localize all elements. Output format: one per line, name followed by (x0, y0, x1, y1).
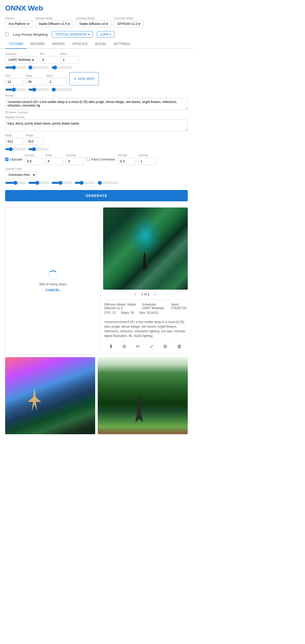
lora-button[interactable]: LORA ▾ (97, 31, 115, 38)
upscaling-dropdown[interactable]: Stable Diffusion x4 (76, 20, 111, 27)
scale-slider[interactable] (28, 181, 49, 185)
upscale-checkbox[interactable] (5, 158, 8, 161)
eta-slider[interactable] (28, 65, 49, 70)
prompt-tokens: 29 tokens, 1 groups (5, 111, 188, 114)
use-button[interactable]: ⊞ (161, 343, 169, 350)
height-input[interactable] (26, 138, 44, 145)
generate-button[interactable]: GENERATE (5, 190, 188, 201)
denoise-input[interactable] (25, 157, 43, 165)
eta-group: Eta (40, 52, 58, 63)
upscaling-select[interactable]: Stable Diffusion x4 (78, 22, 109, 26)
platform-dropdown[interactable]: Any Platform (5, 20, 33, 27)
chevron-down-icon: ▾ (88, 33, 89, 36)
height-slider[interactable] (28, 147, 49, 151)
scheduler-select[interactable]: UniPC Multistep (7, 58, 35, 62)
width-slider[interactable] (5, 147, 26, 151)
denoise-slider[interactable] (5, 181, 26, 185)
outscale-label: Outscale (66, 154, 84, 157)
copy-button[interactable]: ⧉ (121, 343, 128, 350)
width-label: Width (5, 134, 23, 137)
edit-button[interactable]: ✏ (134, 343, 142, 350)
outscale2-label: Outscale (138, 154, 156, 157)
batch-group: Batch ... (60, 52, 78, 63)
download-button[interactable]: ⬇ (107, 343, 115, 350)
steps-slider[interactable] (28, 88, 49, 92)
app-title: ONNX Web (0, 0, 193, 15)
seed-input[interactable] (46, 78, 67, 86)
top-toolbar: Platform Any Platform Diffusion Model St… (0, 15, 193, 30)
platform-select[interactable]: Any Platform (7, 22, 30, 26)
strength-input[interactable] (118, 157, 136, 165)
dimension-sliders (5, 147, 188, 151)
outscale-input[interactable] (66, 157, 84, 165)
loading-spinner (48, 270, 58, 280)
bottom-image-2 (98, 357, 188, 434)
negative-prompt-input[interactable]: hazy, blurry, poorly drawn faces, poorly… (5, 119, 188, 131)
expand-button[interactable]: ⤢ (148, 343, 156, 350)
main-content: Scheduler UniPC Multistep Eta Batch ... … (0, 49, 193, 205)
slider-row-2 (5, 88, 188, 92)
outscale2-slider[interactable] (98, 181, 118, 185)
upscale-checkbox-group: Upscale (5, 157, 22, 161)
diffusion-dropdown[interactable]: Stable Diffusion v1.5 (35, 20, 73, 27)
cfg-group: CFG (5, 74, 23, 86)
cfg-input[interactable] (5, 78, 23, 86)
outscale2-group: Outscale (138, 154, 156, 165)
cfg-info: CFG: 12 (104, 311, 116, 315)
denoise-label: Denoise (25, 154, 43, 157)
batch-slider[interactable] (51, 65, 72, 70)
scheduler-slider[interactable] (5, 65, 26, 70)
pagination-bar: ‹ 1 of 1 › (103, 290, 188, 298)
width-input[interactable] (5, 138, 23, 145)
scheduler-dropdown[interactable]: UniPC Multistep (5, 56, 37, 63)
tab-settings[interactable]: SETTINGS (110, 39, 134, 49)
new-seed-button[interactable]: ✕ NEW SEED (69, 72, 99, 86)
tab-inpaint[interactable]: INPAINT (49, 39, 69, 49)
batch-input[interactable] (60, 56, 78, 63)
delete-button[interactable]: 🗑 (175, 343, 184, 350)
image-info: Diffusion Model: Stable Diffusion v1.5 S… (103, 301, 188, 318)
scale-input[interactable] (45, 157, 63, 165)
upscale-order-select[interactable]: Correction First (5, 171, 36, 179)
diffusion-select[interactable]: Stable Diffusion v1.5 (38, 22, 71, 26)
scheduler-info: Scheduler: UniPC Multistep (142, 303, 166, 310)
generated-image (103, 207, 188, 290)
tab-blend[interactable]: BLEND (92, 39, 110, 49)
chevron-down-icon-2: ▾ (110, 33, 111, 36)
seed-label: Seed (46, 74, 67, 77)
outscale-slider[interactable] (51, 181, 72, 185)
textual-inversion-button[interactable]: TEXTUAL INVERSION ▾ (52, 31, 93, 38)
next-page-button[interactable]: › (155, 292, 156, 296)
strength-slider[interactable] (75, 181, 95, 185)
outscale2-input[interactable] (138, 157, 156, 165)
face-correction-group: Face Correction (86, 157, 115, 161)
correction-dropdown-group: Correction Model GFPGAN v1.3 (114, 17, 143, 27)
eta-input[interactable] (40, 56, 58, 63)
fantasy-image (5, 357, 95, 434)
long-prompt-checkbox[interactable] (5, 33, 9, 36)
face-correction-checkbox[interactable] (86, 158, 90, 161)
diffusion-model-info: Diffusion Model: Stable Diffusion v1.5 (104, 303, 137, 310)
negative-prompt-section: Negative Prompt hazy, blurry, poorly dra… (5, 116, 188, 132)
prompt-input[interactable]: <inversion:cloud:0.25> a lost soldier de… (5, 98, 188, 110)
upscaling-label: Upscaling Model (76, 17, 111, 20)
tab-txt2img[interactable]: TXT2IMG (5, 39, 27, 49)
seed-slider[interactable] (51, 88, 72, 92)
tab-img2img[interactable]: IMG2IMG (27, 39, 48, 49)
output-image-panel: ‹ 1 of 1 › Diffusion Model: Stable Diffu… (103, 207, 188, 355)
long-prompt-label: Long Prompt Weighting (13, 33, 48, 36)
correction-select[interactable]: GFPGAN v1.3 (116, 22, 141, 26)
diffusion-label: Diffusion Model (35, 17, 73, 20)
tab-upscale[interactable]: UPSCALE (69, 39, 92, 49)
steps-input[interactable] (26, 78, 44, 86)
prev-page-button[interactable]: ‹ (135, 292, 136, 296)
forest-figure (134, 396, 145, 423)
cfg-label: CFG (5, 74, 23, 77)
cfg-slider[interactable] (5, 88, 26, 92)
correction-dropdown[interactable]: GFPGAN v1.3 (114, 20, 143, 27)
output-grid: 568 of many steps CANCEL ‹ 1 of 1 › Diff… (0, 205, 193, 357)
cancel-button[interactable]: CANCEL (46, 288, 60, 292)
page-indicator: 1 of 1 (141, 292, 150, 296)
batch-label: Batch ... (60, 52, 78, 55)
forest-image (98, 357, 188, 434)
